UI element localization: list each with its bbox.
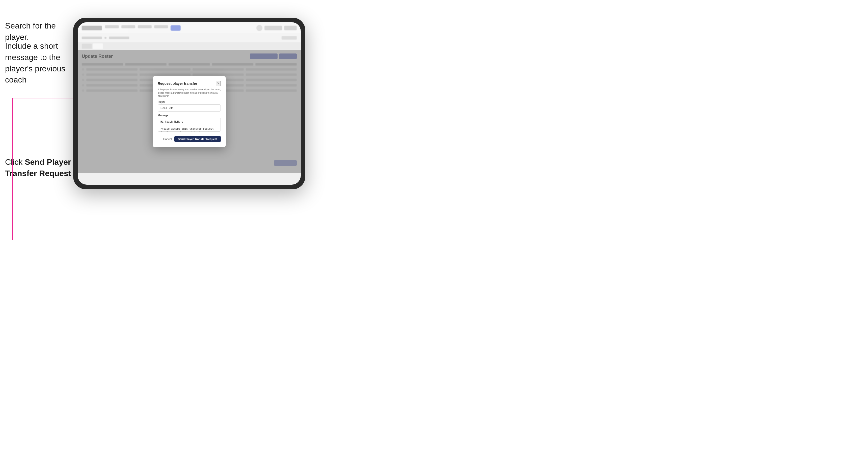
annotation-click: Click Send Player Transfer Request [5, 156, 76, 179]
modal-overlay: Request player transfer × If the player … [78, 50, 301, 173]
annotation-search: Search for the player. [5, 20, 76, 43]
annotation-message: Include a short message to the player's … [5, 40, 76, 86]
tab-bar [78, 42, 301, 50]
tablet-device: Update Roster [73, 18, 305, 189]
arrow-2-vertical [12, 144, 12, 240]
annotation-click-prefix: Click [5, 157, 25, 166]
annotation-message-text: Include a short message to the player's … [5, 41, 65, 84]
app-header [78, 22, 301, 34]
player-field-label: Player [158, 101, 221, 103]
breadcrumb-1 [82, 37, 102, 39]
message-field-label: Message [158, 114, 221, 117]
cancel-button[interactable]: Cancel [163, 137, 172, 141]
nav-items [105, 25, 253, 31]
sub-right-action [282, 36, 297, 40]
nav-item-2 [121, 25, 135, 28]
nav-item-4 [154, 25, 168, 28]
annotation-search-text: Search for the player. [5, 21, 56, 42]
modal-header: Request player transfer × [158, 81, 221, 86]
nav-item-active [170, 25, 181, 31]
nav-avatar [256, 25, 262, 31]
modal-title: Request player transfer [158, 82, 197, 86]
main-content: Update Roster [78, 50, 301, 173]
sub-header [78, 34, 301, 42]
request-transfer-modal: Request player transfer × If the player … [153, 76, 226, 147]
app-logo [82, 26, 102, 30]
breadcrumb-2 [109, 37, 129, 39]
nav-right [256, 25, 297, 31]
tablet-screen: Update Roster [78, 22, 301, 185]
nav-btn-2 [284, 26, 297, 30]
nav-btn [265, 26, 282, 30]
breadcrumb-sep [104, 37, 106, 39]
modal-description: If the player is transferring from anoth… [158, 88, 221, 98]
modal-close-button[interactable]: × [216, 81, 221, 86]
nav-item-3 [138, 25, 152, 28]
modal-actions: Cancel Send Player Transfer Request [158, 136, 221, 142]
tab-1 [82, 44, 92, 49]
tab-active [93, 43, 103, 49]
nav-item-1 [105, 25, 119, 28]
send-transfer-request-button[interactable]: Send Player Transfer Request [174, 136, 221, 142]
message-textarea[interactable]: Hi Coach McHarg, Please accept this tran… [158, 118, 221, 132]
player-search-input[interactable] [158, 104, 221, 112]
